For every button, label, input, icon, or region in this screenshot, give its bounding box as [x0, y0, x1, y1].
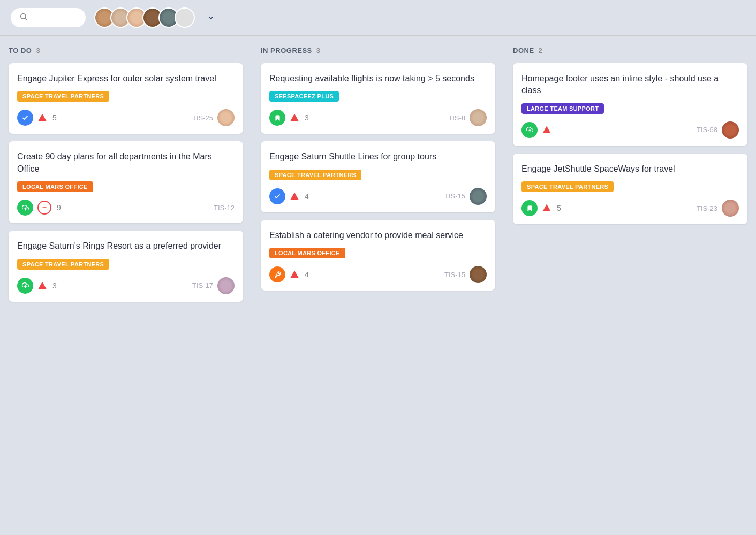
card-title: Engage Saturn's Rings Resort as a prefer…: [17, 240, 235, 252]
search-icon: [19, 12, 28, 23]
priority-icon: [542, 203, 551, 213]
svg-marker-6: [39, 281, 47, 289]
ticket-id: TIS-68: [697, 126, 717, 134]
comment-count: 3: [305, 113, 309, 122]
card-title: Engage Saturn Shuttle Lines for group to…: [269, 151, 487, 163]
task-card[interactable]: Create 90 day plans for all departments …: [9, 141, 243, 223]
svg-marker-8: [291, 192, 299, 200]
card-tag[interactable]: SEESPACEEZ PLUS: [269, 91, 339, 102]
card-footer: 3 TIS-8: [269, 109, 487, 126]
comment-count: 4: [305, 192, 309, 201]
card-footer: 3 TIS-17: [17, 277, 235, 294]
topbar: [0, 0, 756, 36]
card-footer: 4 TIS-15: [269, 266, 487, 283]
column-count: 2: [539, 47, 542, 55]
ticket-id: TIS-8: [448, 114, 465, 122]
board: TO DO 3 Engage Jupiter Express for outer…: [0, 36, 756, 320]
card-tag[interactable]: LARGE TEAM SUPPORT: [521, 103, 604, 114]
avatar-group: [94, 7, 195, 28]
ticket-id: TIS-17: [192, 281, 213, 289]
comment-count: 4: [305, 270, 309, 279]
bookmark-icon[interactable]: [521, 200, 538, 216]
upload-icon[interactable]: [521, 122, 538, 138]
card-footer: TIS-68: [521, 121, 739, 139]
ticket-id: TIS-15: [444, 192, 465, 200]
card-footer: 4 TIS-15: [269, 188, 487, 205]
wrench-icon[interactable]: [269, 266, 285, 282]
card-footer: 9 TIS-12: [17, 200, 235, 216]
card-title: Engage Jupiter Express for outer solar s…: [17, 73, 235, 85]
user-avatar: [470, 266, 487, 283]
user-avatar: [722, 121, 739, 139]
priority-icon: [290, 270, 299, 279]
comment-count: 5: [52, 113, 57, 122]
priority-icon: [37, 113, 47, 123]
card-title: Establish a catering vendor to provide m…: [269, 230, 487, 241]
svg-marker-9: [291, 271, 299, 278]
svg-marker-2: [39, 114, 47, 121]
user-avatar: [217, 277, 235, 294]
check-icon[interactable]: [17, 110, 33, 126]
card-title: Homepage footer uses an inline style - s…: [521, 73, 739, 97]
check-icon[interactable]: [269, 188, 285, 204]
upload-icon[interactable]: [17, 200, 33, 216]
column-header: DONE 2: [513, 47, 747, 55]
priority-icon: [290, 113, 299, 123]
column-header: IN PROGRESS 3: [261, 47, 495, 55]
column-done: DONE 2 Homepage footer uses an inline st…: [504, 47, 756, 232]
card-tag[interactable]: SPACE TRAVEL PARTNERS: [17, 259, 109, 270]
priority-icon: [290, 192, 299, 201]
svg-marker-12: [543, 204, 551, 212]
card-tag[interactable]: SPACE TRAVEL PARTNERS: [269, 170, 361, 180]
column-count: 3: [36, 47, 40, 55]
svg-marker-11: [543, 126, 551, 133]
card-title: Requesting available flights is now taki…: [269, 73, 487, 85]
comment-count: 9: [57, 203, 61, 212]
column-count: 3: [316, 47, 320, 55]
user-avatar: [470, 109, 487, 126]
task-card[interactable]: Establish a catering vendor to provide m…: [261, 220, 495, 291]
comment-count: 3: [52, 281, 57, 290]
card-tag[interactable]: LOCAL MARS OFFICE: [17, 181, 93, 192]
ticket-id: TIS-12: [214, 204, 235, 212]
priority-icon: [542, 125, 551, 135]
svg-point-0: [21, 14, 26, 19]
comment-count: 5: [557, 204, 561, 212]
card-tag[interactable]: SPACE TRAVEL PARTNERS: [17, 91, 109, 102]
column-header: TO DO 3: [9, 47, 243, 55]
column-inprogress: IN PROGRESS 3 Requesting available fligh…: [252, 47, 504, 298]
avatar-count[interactable]: [175, 7, 195, 28]
bookmark-icon[interactable]: [269, 110, 285, 126]
card-footer: 5 TIS-23: [521, 200, 739, 217]
ticket-id: TIS-25: [192, 114, 213, 122]
ticket-id: TIS-23: [697, 204, 717, 212]
task-card[interactable]: Homepage footer uses an inline style - s…: [513, 63, 747, 146]
task-card[interactable]: Engage JetShuttle SpaceWays for travel S…: [513, 154, 747, 224]
user-avatar: [217, 109, 235, 126]
card-title: Engage JetShuttle SpaceWays for travel: [521, 163, 739, 175]
filters-button[interactable]: [203, 13, 215, 22]
search-box[interactable]: [11, 8, 86, 27]
card-footer: 5 TIS-25: [17, 109, 235, 126]
svg-marker-7: [291, 114, 299, 121]
user-avatar: [470, 188, 487, 205]
card-title: Create 90 day plans for all departments …: [17, 151, 235, 175]
task-card[interactable]: Engage Saturn Shuttle Lines for group to…: [261, 141, 495, 212]
svg-line-1: [25, 18, 27, 20]
block-icon: [37, 201, 51, 215]
task-card[interactable]: Engage Saturn's Rings Resort as a prefer…: [9, 231, 243, 301]
ticket-id: TIS-15: [444, 271, 465, 279]
task-card[interactable]: Engage Jupiter Express for outer solar s…: [9, 63, 243, 134]
upload-icon[interactable]: [17, 278, 33, 294]
card-tag[interactable]: LOCAL MARS OFFICE: [269, 248, 345, 258]
column-title: IN PROGRESS: [261, 47, 312, 55]
task-card[interactable]: Requesting available flights is now taki…: [261, 63, 495, 134]
card-tag[interactable]: SPACE TRAVEL PARTNERS: [521, 181, 614, 192]
column-title: DONE: [513, 47, 534, 55]
column-todo: TO DO 3 Engage Jupiter Express for outer…: [0, 47, 252, 309]
priority-icon: [37, 281, 47, 291]
column-title: TO DO: [9, 47, 32, 55]
user-avatar: [722, 200, 739, 217]
